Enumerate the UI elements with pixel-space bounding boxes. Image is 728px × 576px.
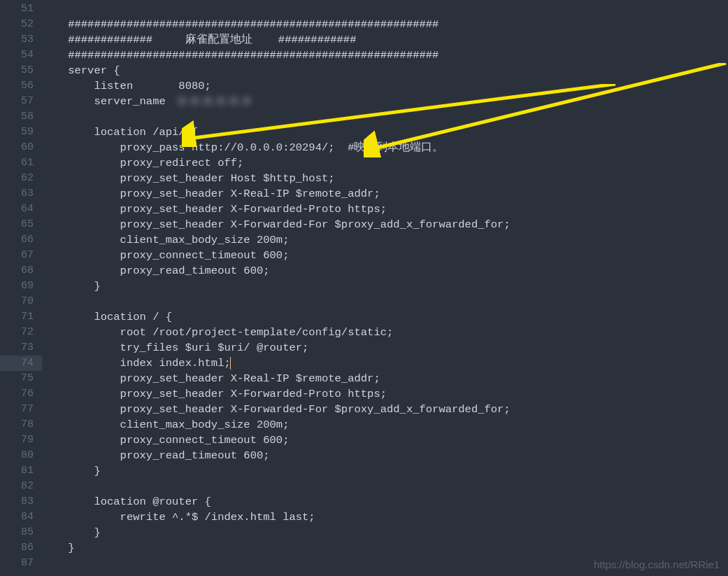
code-line[interactable]: root /root/project-template/config/stati… — [42, 325, 728, 340]
line-number: 62 — [0, 171, 34, 186]
code-editor: 5152535455565758596061626364656667686970… — [0, 0, 728, 576]
line-number: 61 — [0, 155, 34, 171]
line-number-gutter: 5152535455565758596061626364656667686970… — [0, 0, 43, 576]
line-number: 66 — [0, 232, 34, 248]
line-number: 68 — [0, 263, 34, 279]
code-line[interactable]: proxy_set_header X-Real-IP $remote_addr; — [42, 371, 728, 386]
code-line[interactable]: client_max_body_size 200m; — [42, 232, 728, 248]
code-line[interactable] — [42, 109, 728, 125]
code-line[interactable]: proxy_set_header X-Real-IP $remote_addr; — [42, 186, 728, 202]
code-line[interactable]: try_files $uri $uri/ @router; — [42, 340, 728, 356]
code-line[interactable]: } — [42, 463, 728, 479]
line-number: 57 — [0, 94, 34, 109]
code-line[interactable]: location /api/ { — [42, 125, 728, 140]
line-number: 77 — [0, 402, 34, 417]
line-number: 76 — [0, 386, 34, 402]
line-number: 64 — [0, 202, 34, 217]
code-line[interactable]: proxy_redirect off; — [42, 155, 728, 171]
line-number: 83 — [0, 494, 34, 510]
code-line[interactable]: server_name 0.0.0.0.0.0 — [42, 94, 728, 109]
code-line[interactable]: proxy_connect_timeout 600; — [42, 248, 728, 263]
line-number: 75 — [0, 371, 34, 386]
code-line[interactable]: } — [42, 279, 728, 294]
code-line[interactable]: proxy_set_header Host $http_host; — [42, 171, 728, 186]
line-number: 67 — [0, 248, 34, 263]
code-line[interactable] — [42, 479, 728, 494]
code-line[interactable]: server { — [42, 63, 728, 78]
line-number: 52 — [0, 17, 34, 32]
code-line[interactable]: } — [42, 525, 728, 540]
code-line[interactable]: index index.html; — [42, 356, 728, 371]
line-number: 82 — [0, 479, 34, 494]
line-number: 58 — [0, 109, 34, 125]
line-number: 85 — [0, 525, 34, 540]
line-number: 56 — [0, 78, 34, 94]
line-number: 74 — [0, 356, 34, 371]
line-number: 73 — [0, 340, 34, 356]
code-line[interactable]: location @router { — [42, 494, 728, 510]
line-number: 87 — [0, 556, 34, 571]
code-line[interactable]: ############# 麻雀配置地址 ############ — [42, 32, 728, 48]
code-line[interactable]: proxy_set_header X-Forwarded-For $proxy_… — [42, 217, 728, 232]
code-line[interactable]: listen 8080; — [42, 78, 728, 94]
code-line[interactable]: proxy_pass http://0.0.0.0:20294/; #映射到本地… — [42, 140, 728, 155]
line-number: 69 — [0, 279, 34, 294]
code-line[interactable]: proxy_connect_timeout 600; — [42, 433, 728, 448]
watermark: https://blog.csdn.net/RRie1 — [594, 559, 720, 570]
line-number: 53 — [0, 32, 34, 48]
code-line[interactable]: proxy_read_timeout 600; — [42, 448, 728, 463]
line-number: 70 — [0, 294, 34, 309]
code-area[interactable]: ########################################… — [42, 0, 728, 576]
line-number: 79 — [0, 433, 34, 448]
code-line[interactable]: client_max_body_size 200m; — [42, 417, 728, 433]
redacted-text: 0.0.0.0.0.0 — [178, 95, 250, 108]
code-line[interactable]: rewrite ^.*$ /index.html last; — [42, 510, 728, 525]
line-number: 51 — [0, 1, 34, 17]
line-number: 78 — [0, 417, 34, 433]
code-line[interactable]: proxy_set_header X-Forwarded-Proto https… — [42, 202, 728, 217]
line-number: 72 — [0, 325, 34, 340]
line-number: 65 — [0, 217, 34, 232]
code-line[interactable]: proxy_read_timeout 600; — [42, 263, 728, 279]
code-line[interactable] — [42, 1, 728, 17]
code-line[interactable]: } — [42, 540, 728, 556]
code-line[interactable]: ########################################… — [42, 48, 728, 63]
line-number: 59 — [0, 125, 34, 140]
line-number: 80 — [0, 448, 34, 463]
line-number: 86 — [0, 540, 34, 556]
code-line[interactable]: proxy_set_header X-Forwarded-For $proxy_… — [42, 402, 728, 417]
line-number: 63 — [0, 186, 34, 202]
code-line[interactable]: proxy_set_header X-Forwarded-Proto https… — [42, 386, 728, 402]
line-number: 55 — [0, 63, 34, 78]
line-number: 81 — [0, 463, 34, 479]
text-cursor — [230, 357, 231, 370]
line-number: 84 — [0, 510, 34, 525]
line-number: 54 — [0, 48, 34, 63]
code-line[interactable]: ########################################… — [42, 17, 728, 32]
code-line[interactable]: location / { — [42, 309, 728, 325]
line-number: 60 — [0, 140, 34, 155]
line-number: 71 — [0, 309, 34, 325]
code-line[interactable] — [42, 294, 728, 309]
